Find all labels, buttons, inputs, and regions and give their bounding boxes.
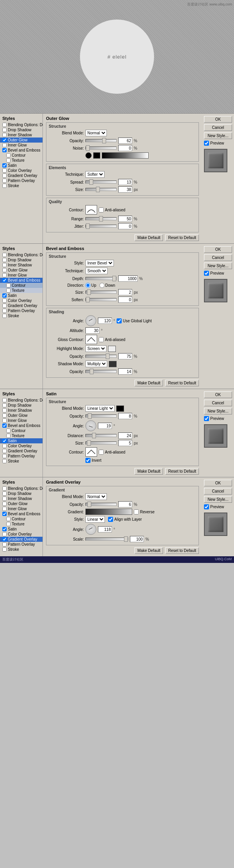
chk-stroke-4[interactable] bbox=[2, 547, 7, 552]
make-default-btn-3[interactable]: Make Default bbox=[135, 468, 163, 475]
sidebar-item-outer-glow-3[interactable]: Outer Glow bbox=[0, 413, 43, 418]
sidebar-item-satin-3[interactable]: Satin bbox=[0, 438, 43, 443]
sidebar-item-texture-2[interactable]: Texture bbox=[0, 288, 43, 293]
new-style-btn-3[interactable]: New Style... bbox=[204, 408, 232, 414]
sidebar-item-blending-1[interactable]: Blending Options: Default bbox=[0, 122, 43, 127]
sidebar-item-color-overlay-2[interactable]: Color Overlay bbox=[0, 298, 43, 303]
reset-btn-1[interactable]: Reset to Default bbox=[165, 234, 199, 241]
preview-chk-3[interactable] bbox=[204, 416, 209, 421]
jitter-input-1[interactable] bbox=[118, 223, 132, 229]
gradient-bar-1[interactable] bbox=[102, 152, 149, 159]
chk-color-overlay-2[interactable] bbox=[2, 298, 7, 303]
anti-aliased-chk-1[interactable] bbox=[99, 207, 104, 213]
sidebar-item-outer-glow-4[interactable]: Outer Glow bbox=[0, 501, 43, 506]
sidebar-item-stroke-2[interactable]: Stroke bbox=[0, 313, 43, 318]
sidebar-item-inner-glow-2[interactable]: Inner Glow bbox=[0, 273, 43, 278]
opacity-slider-4[interactable] bbox=[85, 503, 117, 506]
make-default-btn-4[interactable]: Make Default bbox=[135, 547, 163, 554]
sidebar-item-bevel-2[interactable]: Bevel and Emboss bbox=[0, 278, 43, 283]
cancel-btn-3[interactable]: Cancel bbox=[204, 400, 232, 406]
sidebar-item-texture-3[interactable]: Texture bbox=[0, 433, 43, 438]
shadow-mode-select-2[interactable]: Multiply bbox=[85, 361, 107, 367]
opacity-input-3[interactable] bbox=[118, 413, 132, 419]
blend-mode-select-3[interactable]: Linear Light bbox=[85, 405, 115, 412]
sidebar-item-inner-glow-1[interactable]: Inner Glow bbox=[0, 143, 43, 148]
make-default-btn-1[interactable]: Make Default bbox=[135, 234, 163, 241]
chk-texture-2[interactable] bbox=[6, 288, 11, 293]
sidebar-item-pattern-overlay-1[interactable]: Pattern Overlay bbox=[0, 178, 43, 183]
sidebar-item-pattern-overlay-3[interactable]: Pattern Overlay bbox=[0, 454, 43, 459]
sidebar-item-bevel-1[interactable]: Bevel and Emboss bbox=[0, 148, 43, 153]
depth-slider-2[interactable] bbox=[85, 277, 117, 280]
sidebar-item-satin-4[interactable]: Satin bbox=[0, 527, 43, 532]
preview-chk-1[interactable] bbox=[204, 141, 209, 146]
cancel-btn-4[interactable]: Cancel bbox=[204, 488, 232, 495]
chk-inner-glow-2[interactable] bbox=[2, 273, 7, 277]
new-style-btn-1[interactable]: New Style... bbox=[204, 132, 232, 139]
sidebar-item-inner-shadow-4[interactable]: Inner Shadow bbox=[0, 496, 43, 501]
sidebar-item-color-overlay-4[interactable]: Color Overlay bbox=[0, 532, 43, 537]
chk-satin-3[interactable] bbox=[2, 439, 7, 443]
size-input-3[interactable] bbox=[118, 440, 132, 446]
new-style-btn-4[interactable]: New Style... bbox=[204, 496, 232, 503]
ok-btn-4[interactable]: OK bbox=[204, 480, 232, 486]
preview-chk-2[interactable] bbox=[204, 271, 209, 276]
sidebar-item-stroke-1[interactable]: Stroke bbox=[0, 183, 43, 188]
opacity-slider-3[interactable] bbox=[85, 414, 117, 418]
highlight-color-2[interactable] bbox=[108, 346, 116, 352]
chk-pattern-overlay-1[interactable] bbox=[2, 179, 7, 183]
chk-satin-2[interactable] bbox=[2, 293, 7, 298]
sidebar-item-bevel-3[interactable]: Bevel and Emboss bbox=[0, 423, 43, 428]
chk-contour-2[interactable] bbox=[6, 283, 11, 288]
scale-input-4[interactable] bbox=[130, 536, 144, 542]
sidebar-item-gradient-overlay-3[interactable]: Gradient Overlay bbox=[0, 448, 43, 454]
sidebar-item-outer-glow-2[interactable]: Outer Glow bbox=[0, 268, 43, 273]
size-input-1[interactable] bbox=[118, 186, 132, 193]
sidebar-item-drop-2[interactable]: Drop Shadow bbox=[0, 257, 43, 263]
distance-input-3[interactable] bbox=[118, 432, 132, 439]
soften-slider-2[interactable] bbox=[85, 298, 117, 301]
reverse-chk-4[interactable] bbox=[134, 509, 139, 514]
opacity-slider-1[interactable] bbox=[85, 139, 117, 142]
ok-btn-3[interactable]: OK bbox=[204, 391, 232, 398]
anti-aliased-chk-2[interactable] bbox=[99, 337, 104, 342]
blend-mode-select-4[interactable]: Normal bbox=[85, 493, 107, 500]
global-light-chk-2[interactable] bbox=[117, 318, 122, 323]
sidebar-item-drop-3[interactable]: Drop Shadow bbox=[0, 403, 43, 408]
sidebar-item-stroke-4[interactable]: Stroke bbox=[0, 547, 43, 552]
chk-gradient-overlay-2[interactable] bbox=[2, 304, 7, 308]
sidebar-item-contour-2[interactable]: Contour bbox=[0, 283, 43, 288]
style-select-2[interactable]: Inner Bevel bbox=[85, 260, 114, 266]
chk-texture-3[interactable] bbox=[6, 434, 11, 438]
range-slider-1[interactable] bbox=[85, 217, 117, 220]
chk-stroke-2[interactable] bbox=[2, 314, 7, 318]
angle-dial-2[interactable] bbox=[85, 315, 96, 326]
sidebar-item-contour-4[interactable]: Contour bbox=[0, 516, 43, 522]
reset-btn-2[interactable]: Reset to Default bbox=[165, 380, 199, 386]
chk-contour-3[interactable] bbox=[6, 429, 11, 433]
sidebar-item-inner-shadow-3[interactable]: Inner Shadow bbox=[0, 408, 43, 413]
chk-bevel-1[interactable] bbox=[2, 148, 7, 152]
sidebar-item-pattern-overlay-2[interactable]: Pattern Overlay bbox=[0, 308, 43, 313]
size-input-2[interactable] bbox=[118, 289, 132, 295]
size-slider-2[interactable] bbox=[85, 291, 117, 294]
cancel-btn-2[interactable]: Cancel bbox=[204, 254, 232, 261]
contour-preview-1[interactable] bbox=[85, 205, 97, 214]
shadow-color-2[interactable] bbox=[109, 361, 117, 367]
chk-outer-glow-2[interactable] bbox=[2, 268, 7, 272]
angle-dial-4[interactable] bbox=[85, 524, 96, 535]
sidebar-item-color-overlay-1[interactable]: Color Overlay bbox=[0, 168, 43, 173]
sidebar-item-drop-1[interactable]: Drop Shadow bbox=[0, 127, 43, 132]
noise-slider-1[interactable] bbox=[85, 146, 117, 150]
angle-dial-3[interactable] bbox=[85, 420, 96, 431]
chk-inner-glow-4[interactable] bbox=[2, 507, 7, 511]
chk-drop-4[interactable] bbox=[2, 491, 7, 496]
gloss-contour-preview-2[interactable] bbox=[85, 335, 97, 344]
style-select-4[interactable]: Linear bbox=[85, 516, 105, 523]
chk-blending-2[interactable] bbox=[2, 253, 7, 257]
chk-texture-4[interactable] bbox=[6, 522, 11, 526]
color-circle-swatch-1[interactable] bbox=[85, 152, 92, 159]
sidebar-item-texture-4[interactable]: Texture bbox=[0, 522, 43, 527]
highlight-opacity-slider-2[interactable] bbox=[85, 355, 117, 358]
sidebar-item-satin-2[interactable]: Satin bbox=[0, 293, 43, 298]
